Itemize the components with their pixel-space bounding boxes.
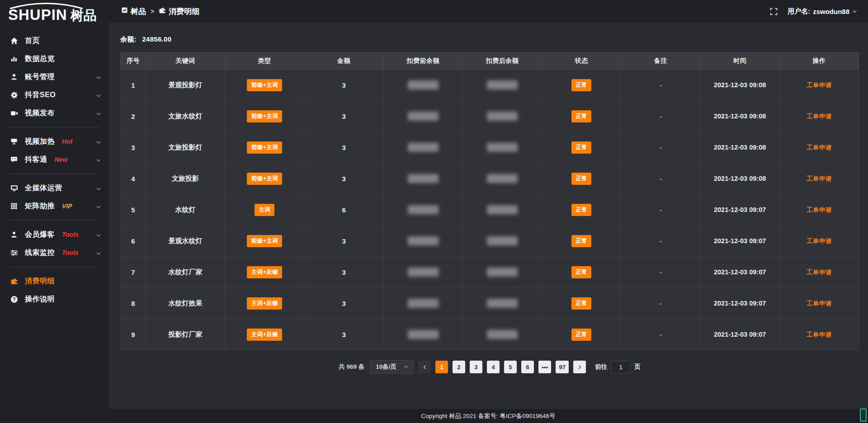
status-badge: 正常 bbox=[571, 297, 591, 310]
pagination: 共 969 条 10条/页 123456•••97 前往 页 bbox=[120, 360, 859, 374]
sidebar-item-clue-monitor[interactable]: 线索监控Tools bbox=[0, 244, 108, 262]
cell-type: 前缀+主词 bbox=[225, 226, 304, 257]
page-button-2[interactable]: 2 bbox=[453, 361, 465, 373]
cell-balance-before bbox=[383, 226, 462, 257]
floating-widget[interactable] bbox=[860, 409, 867, 422]
topbar: 树品 > 消费明细 用户名: zswodun88 bbox=[108, 0, 868, 23]
breadcrumb: 树品 > 消费明细 bbox=[121, 6, 199, 17]
sidebar-item-label: 消费明细 bbox=[25, 277, 55, 286]
cell-action[interactable]: 工单申请 bbox=[779, 132, 859, 163]
cell-remark: - bbox=[621, 288, 700, 319]
goto-page-input[interactable] bbox=[611, 361, 631, 373]
cell-amount: 3 bbox=[304, 163, 383, 194]
fullscreen-icon[interactable] bbox=[770, 8, 778, 15]
ticket-apply-link[interactable]: 工单申请 bbox=[807, 238, 832, 244]
ticket-apply-link[interactable]: 工单申请 bbox=[807, 144, 832, 151]
status-badge: 正常 bbox=[571, 266, 591, 278]
wallet-icon bbox=[10, 277, 18, 285]
cell-action[interactable]: 工单申请 bbox=[779, 288, 859, 319]
ticket-apply-link[interactable]: 工单申请 bbox=[807, 269, 832, 276]
goto-label: 前往 bbox=[595, 363, 607, 371]
goto-suffix: 页 bbox=[634, 363, 641, 371]
sidebar-item-label: 线索监控 bbox=[25, 248, 55, 258]
pager-ellipsis[interactable]: ••• bbox=[538, 361, 551, 373]
page-button-1[interactable]: 1 bbox=[435, 361, 448, 373]
sidebar-item-matrix-boost[interactable]: 矩阵助推VIP bbox=[0, 197, 108, 215]
cell-action[interactable]: 工单申请 bbox=[779, 226, 859, 257]
grid-icon bbox=[10, 202, 18, 210]
cell-amount: 3 bbox=[304, 226, 383, 257]
cell-action[interactable]: 工单申请 bbox=[779, 163, 859, 194]
sidebar-item-label: 抖客通 bbox=[25, 155, 47, 164]
main-content: 余额: 24856.00 序号关键词类型金额扣费前余额扣费后余额状态备注时间操作… bbox=[108, 23, 868, 409]
ticket-apply-link[interactable]: 工单申请 bbox=[807, 331, 832, 338]
cell-type: 前缀+主词 bbox=[225, 163, 304, 194]
sidebar-item-help[interactable]: ?操作说明 bbox=[0, 290, 108, 308]
cell-action[interactable]: 工单申请 bbox=[779, 319, 859, 350]
cell-balance-before bbox=[383, 194, 462, 226]
cell-index: 2 bbox=[121, 101, 146, 132]
breadcrumb-item-home[interactable]: 树品 bbox=[121, 6, 146, 17]
cell-amount: 3 bbox=[304, 132, 383, 163]
ticket-apply-link[interactable]: 工单申请 bbox=[807, 113, 832, 120]
cell-time: 2021-12-03 09:08 bbox=[700, 132, 779, 163]
type-badge: 主词 bbox=[255, 204, 274, 216]
masked-balance-before bbox=[408, 236, 439, 245]
page-button-6[interactable]: 6 bbox=[521, 361, 534, 373]
cell-index: 5 bbox=[121, 194, 146, 226]
cell-time: 2021-12-03 09:07 bbox=[700, 194, 779, 226]
page-size-select[interactable]: 10条/页 bbox=[370, 360, 414, 374]
cell-action[interactable]: 工单申请 bbox=[779, 194, 859, 226]
goto-page: 前往 页 bbox=[595, 361, 641, 373]
cell-action[interactable]: 工单申请 bbox=[779, 101, 859, 132]
chevron-down-icon bbox=[96, 203, 101, 209]
page-button-3[interactable]: 3 bbox=[470, 361, 482, 373]
sidebar-item-badge: New bbox=[55, 156, 68, 163]
cell-remark: - bbox=[621, 226, 700, 257]
sidebar-item-consume-detail[interactable]: 消费明细 bbox=[0, 272, 108, 290]
cell-balance-after bbox=[462, 288, 542, 319]
sliders-icon bbox=[10, 249, 18, 257]
masked-balance-before bbox=[408, 330, 439, 339]
masked-balance-after bbox=[487, 80, 518, 89]
sidebar-item-account[interactable]: 账号管理 bbox=[0, 68, 108, 86]
sidebar-item-media-operation[interactable]: 全媒体运营 bbox=[0, 179, 108, 197]
cell-action[interactable]: 工单申请 bbox=[779, 70, 859, 101]
cell-status: 正常 bbox=[542, 288, 621, 319]
page-size-value: 10条/页 bbox=[376, 363, 396, 371]
sidebar-item-video-publish[interactable]: 视频发布 bbox=[0, 104, 108, 122]
cell-time: 2021-12-03 09:07 bbox=[700, 257, 779, 288]
user-menu[interactable]: 用户名: zswodun88 bbox=[788, 7, 857, 16]
sidebar-item-douyin-seo[interactable]: 抖音SEO bbox=[0, 86, 108, 104]
sidebar-item-douketong[interactable]: 抖客通New bbox=[0, 150, 108, 169]
next-page-button[interactable] bbox=[573, 361, 586, 373]
ticket-apply-link[interactable]: 工单申请 bbox=[807, 300, 832, 307]
cell-balance-after bbox=[462, 101, 542, 132]
sidebar-item-label: 抖音SEO bbox=[25, 90, 56, 100]
ticket-apply-link[interactable]: 工单申请 bbox=[807, 175, 832, 182]
status-badge: 正常 bbox=[571, 173, 591, 185]
sidebar-item-home[interactable]: 首页 bbox=[0, 32, 108, 50]
cell-status: 正常 bbox=[542, 163, 621, 194]
sidebar-item-data-overview[interactable]: 数据总览 bbox=[0, 50, 108, 68]
prev-page-button[interactable] bbox=[418, 361, 431, 373]
page-button-4[interactable]: 4 bbox=[487, 361, 500, 373]
column-header: 关键词 bbox=[146, 52, 225, 70]
ticket-apply-link[interactable]: 工单申请 bbox=[807, 82, 832, 89]
cell-time: 2021-12-03 09:08 bbox=[700, 163, 779, 194]
total-count: 共 969 条 bbox=[339, 363, 364, 371]
sidebar-item-video-heat[interactable]: 视频加热Hot bbox=[0, 132, 108, 150]
page-button-5[interactable]: 5 bbox=[504, 361, 517, 373]
gear-icon bbox=[10, 91, 18, 99]
breadcrumb-item-current[interactable]: 消费明细 bbox=[159, 6, 199, 17]
cell-index: 3 bbox=[121, 132, 146, 163]
cell-action[interactable]: 工单申请 bbox=[779, 257, 859, 288]
cell-type: 主词+后缀 bbox=[225, 257, 304, 288]
ticket-apply-link[interactable]: 工单申请 bbox=[807, 207, 832, 213]
page-button-97[interactable]: 97 bbox=[556, 361, 569, 373]
column-header: 扣费前余额 bbox=[383, 52, 462, 70]
breadcrumb-label: 树品 bbox=[131, 6, 146, 17]
type-badge: 前缀+主词 bbox=[247, 110, 282, 122]
sidebar-item-member-burst[interactable]: 会员爆客Tools bbox=[0, 226, 108, 244]
sidebar-item-badge: Tools bbox=[62, 249, 79, 256]
